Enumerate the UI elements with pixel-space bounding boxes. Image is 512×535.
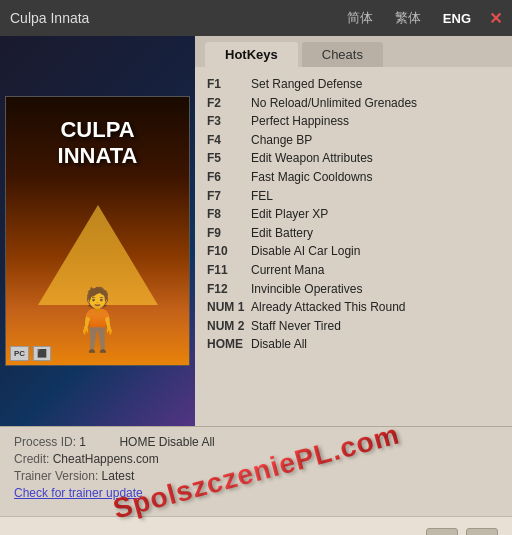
cover-title: CULPAINNATA [58,117,138,170]
title-bar: Culpa Innata 简体 繁体 ENG ✕ [0,0,512,36]
hotkey-key: F3 [207,112,245,131]
update-link-row: Check for trainer update [14,486,498,500]
tab-hotkeys[interactable]: HotKeys [205,42,298,67]
cover-silhouette-icon: 🧍 [60,284,135,355]
hotkey-item: F9Edit Battery [207,224,500,243]
hotkey-desc: Disable AI Car Login [251,242,360,261]
hotkey-item: F12Invincible Operatives [207,280,500,299]
hotkey-desc: FEL [251,187,273,206]
hotkey-item: F11Current Mana [207,261,500,280]
app-title: Culpa Innata [10,10,89,26]
hotkey-desc: Already Attacked This Round [251,298,406,317]
hotkey-key: F11 [207,261,245,280]
monitor-icon[interactable]: 🖥 [426,528,458,536]
hotkey-key: F5 [207,149,245,168]
credit-row: Credit: CheatHappens.com [14,452,498,466]
lang-english[interactable]: ENG [439,9,475,28]
hotkey-key: F4 [207,131,245,150]
hotkey-item: NUM 2Staff Never Tired [207,317,500,336]
hotkey-desc: Edit Battery [251,224,313,243]
publisher-badge: ⬛ [33,346,51,361]
hotkey-key: F9 [207,224,245,243]
hotkey-desc: Fast Magic Cooldowns [251,168,372,187]
hotkey-key: F7 [207,187,245,206]
hotkey-desc: Perfect Happiness [251,112,349,131]
hotkey-key: F6 [207,168,245,187]
hotkey-item: F6Fast Magic Cooldowns [207,168,500,187]
game-cover-panel: CULPAINNATA 🧍 PC ⬛ [0,36,195,426]
close-button[interactable]: ✕ [489,9,502,28]
hotkey-item: F10Disable AI Car Login [207,242,500,261]
title-bar-controls: 简体 繁体 ENG ✕ [343,7,502,29]
hotkey-item: F4Change BP [207,131,500,150]
hotkey-item: F8Edit Player XP [207,205,500,224]
trainer-version-label: Trainer Version: [14,469,102,483]
hotkey-item: F2No Reload/Unlimited Grenades [207,94,500,113]
info-bar: Process ID: 1 HOME Disable All Credit: C… [0,426,512,516]
trainer-version-value: Latest [102,469,135,483]
hotkey-item: HOMEDisable All [207,335,500,354]
lang-simplified[interactable]: 简体 [343,7,377,29]
hotkey-desc: Set Ranged Defense [251,75,362,94]
update-link[interactable]: Check for trainer update [14,486,143,500]
hotkey-desc: Invincible Operatives [251,280,362,299]
hotkey-key: F2 [207,94,245,113]
status-bar: Game is running, trainer is activated! 🖥… [0,516,512,535]
hotkey-key: F8 [207,205,245,224]
credit-value: CheatHappens.com [53,452,159,466]
hotkey-key: F10 [207,242,245,261]
right-panel: HotKeys Cheats F1Set Ranged DefenseF2No … [195,36,512,426]
hotkey-item: F7FEL [207,187,500,206]
tabs-bar: HotKeys Cheats [195,36,512,67]
cover-image: CULPAINNATA 🧍 PC ⬛ [5,96,190,366]
process-id-label: Process ID: [14,435,79,449]
hotkey-desc: Current Mana [251,261,324,280]
music-icon[interactable]: 🎵 [466,528,498,536]
hotkey-desc: Disable All [251,335,307,354]
trainer-version-row: Trainer Version: Latest [14,469,498,483]
hotkey-item: NUM 1Already Attacked This Round [207,298,500,317]
hotkey-key: F1 [207,75,245,94]
credit-label: Credit: [14,452,53,466]
hotkey-key: NUM 2 [207,317,245,336]
hotkey-item: F1Set Ranged Defense [207,75,500,94]
hotkey-item: F5Edit Weapon Attributes [207,149,500,168]
hotkey-desc: Change BP [251,131,312,150]
hotkey-key: F12 [207,280,245,299]
process-id-row: Process ID: 1 HOME Disable All [14,435,498,449]
hotkey-desc: Edit Player XP [251,205,328,224]
hotkey-key: HOME [207,335,245,354]
pc-badge: PC [10,346,29,361]
tab-cheats[interactable]: Cheats [302,42,383,67]
home-disable-all: HOME Disable All [119,435,214,449]
hotkey-desc: Edit Weapon Attributes [251,149,373,168]
hotkey-desc: No Reload/Unlimited Grenades [251,94,417,113]
main-content: CULPAINNATA 🧍 PC ⬛ HotKeys Cheats F1Set … [0,36,512,426]
lang-traditional[interactable]: 繁体 [391,7,425,29]
hotkey-desc: Staff Never Tired [251,317,341,336]
hotkeys-list: F1Set Ranged DefenseF2No Reload/Unlimite… [195,67,512,426]
process-id-value: 1 [79,435,86,449]
cover-badges: PC ⬛ [10,346,51,361]
status-icons: 🖥 🎵 [426,528,498,536]
hotkey-item: F3Perfect Happiness [207,112,500,131]
hotkey-key: NUM 1 [207,298,245,317]
